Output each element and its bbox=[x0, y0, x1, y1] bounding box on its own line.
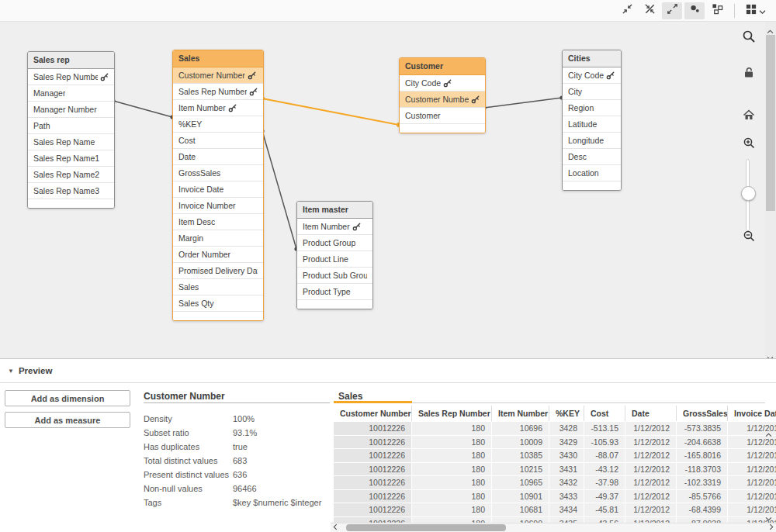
field-row-selected[interactable]: Customer Number bbox=[173, 67, 263, 84]
lock-button[interactable] bbox=[741, 66, 757, 81]
preview-cell: -45.81 bbox=[584, 503, 625, 516]
field-row[interactable]: City Code bbox=[563, 67, 621, 84]
add-as-dimension-button[interactable]: Add as dimension bbox=[5, 390, 130, 406]
collapse-button[interactable] bbox=[617, 2, 637, 19]
home-button[interactable] bbox=[741, 109, 757, 124]
collapse-triangle-icon: ▼ bbox=[8, 368, 14, 375]
field-row[interactable]: Sales Rep Name3 bbox=[28, 183, 114, 199]
model-table-customer[interactable]: Customer City Code Customer Number Custo… bbox=[399, 57, 486, 133]
preview-column-header[interactable]: GrossSales bbox=[677, 406, 728, 421]
table-title[interactable]: Item master bbox=[297, 202, 372, 219]
field-row[interactable]: %KEY bbox=[173, 116, 263, 133]
preview-cell: 3434 bbox=[549, 503, 584, 516]
field-row[interactable]: Invoice Number bbox=[173, 198, 263, 214]
preview-column-header[interactable]: Item Number bbox=[492, 406, 549, 421]
field-row[interactable]: City bbox=[563, 84, 621, 100]
stat-row: Density100% bbox=[144, 412, 330, 426]
preview-cell: 180 bbox=[412, 476, 492, 489]
field-label: Latitude bbox=[568, 119, 597, 129]
table-title[interactable]: Cities bbox=[563, 50, 621, 67]
zoom-in-button[interactable] bbox=[741, 136, 757, 152]
preview-table-row: 10012226180106903435-43.561/12/2012-87.9… bbox=[334, 517, 776, 523]
internal-view-button[interactable] bbox=[684, 2, 705, 19]
stat-row: Total distinct values683 bbox=[144, 454, 330, 468]
field-row[interactable]: Date bbox=[173, 149, 263, 165]
field-row[interactable]: Invoice Date bbox=[173, 181, 263, 198]
field-row[interactable]: Margin bbox=[173, 230, 263, 247]
preview-column-header[interactable]: Cost bbox=[584, 406, 625, 421]
preview-column-header[interactable]: Date bbox=[625, 406, 677, 421]
scroll-left-icon[interactable] bbox=[333, 523, 338, 532]
table-scroll-up-icon[interactable] bbox=[765, 427, 772, 440]
field-row[interactable]: Sales Rep Name1 bbox=[28, 150, 114, 167]
preview-column-header[interactable]: Customer Number bbox=[334, 406, 412, 421]
preview-header[interactable]: ▼ Preview bbox=[0, 359, 776, 383]
field-row[interactable]: Sales bbox=[173, 279, 263, 295]
field-row[interactable]: Customer bbox=[400, 108, 485, 124]
preview-horizontal-scroll-thumb[interactable] bbox=[346, 524, 506, 531]
field-row[interactable]: Order Number bbox=[173, 247, 263, 263]
field-row[interactable]: Desc bbox=[563, 149, 621, 165]
field-label: Sales Qty bbox=[178, 299, 214, 308]
field-row[interactable]: Item Desc bbox=[173, 214, 263, 230]
collapse-all-button[interactable] bbox=[639, 2, 660, 19]
field-row[interactable]: Location bbox=[563, 165, 621, 181]
field-row[interactable]: Sales Qty bbox=[173, 295, 263, 312]
field-row[interactable]: Cost bbox=[173, 133, 263, 149]
view-menu-button[interactable] bbox=[742, 2, 770, 19]
add-as-measure-button[interactable]: Add as measure bbox=[5, 412, 130, 428]
field-row[interactable]: Longitude bbox=[563, 133, 621, 149]
lock-open-icon bbox=[743, 66, 755, 81]
preview-cell: 1/12/2012 bbox=[625, 490, 677, 503]
zoom-out-button[interactable] bbox=[741, 230, 757, 245]
field-row[interactable]: Sales Rep Name2 bbox=[28, 167, 114, 183]
expand-button[interactable] bbox=[662, 2, 682, 19]
table-title[interactable]: Customer bbox=[400, 58, 485, 75]
home-icon bbox=[743, 109, 755, 124]
field-row[interactable]: Product Type bbox=[297, 284, 372, 300]
field-row[interactable]: Product Sub Group bbox=[297, 268, 372, 284]
field-row[interactable]: Item Number bbox=[297, 219, 372, 235]
auto-layout-button[interactable] bbox=[707, 2, 727, 19]
field-label: Product Sub Group bbox=[303, 271, 367, 280]
preview-column-header[interactable]: %KEY bbox=[549, 406, 584, 421]
zoom-slider-thumb[interactable] bbox=[741, 186, 756, 201]
preview-table-title: Sales bbox=[338, 391, 362, 402]
field-label: Invoice Number bbox=[178, 201, 236, 210]
table-title[interactable]: Sales bbox=[173, 50, 263, 67]
field-row[interactable]: Product Group bbox=[297, 235, 372, 251]
preview-column-header[interactable]: Invoice Date bbox=[728, 406, 776, 421]
preview-column-header[interactable]: Sales Rep Number bbox=[412, 406, 492, 421]
model-table-item-master[interactable]: Item master Item Number Product Group Pr… bbox=[296, 201, 373, 309]
field-row[interactable]: Manager Number bbox=[28, 102, 114, 118]
field-row[interactable]: Product Line bbox=[297, 251, 372, 268]
model-table-sales[interactable]: Sales Customer Number Sales Rep Number I… bbox=[172, 50, 264, 321]
field-row[interactable]: Latitude bbox=[563, 116, 621, 133]
preview-cell: 3433 bbox=[549, 490, 584, 503]
field-row[interactable]: Region bbox=[563, 100, 621, 116]
preview-cell: -513.15 bbox=[584, 422, 625, 435]
preview-table-row: 10012226180102153431-43.121/12/2012-118.… bbox=[334, 463, 776, 476]
preview-cell: 10012226 bbox=[334, 503, 412, 516]
field-row[interactable]: Item Number bbox=[173, 100, 263, 116]
preview-cell: 1/12/2012 bbox=[625, 449, 677, 462]
search-button[interactable] bbox=[740, 29, 757, 47]
field-row[interactable]: Promised Delivery Date bbox=[173, 263, 263, 279]
field-label: Invoice Date bbox=[178, 185, 223, 194]
field-row-selected[interactable]: Customer Number bbox=[400, 92, 485, 108]
field-row[interactable]: Sales Rep Number bbox=[28, 69, 114, 85]
preview-cell: 10696 bbox=[492, 422, 549, 435]
scroll-right-icon[interactable] bbox=[769, 523, 774, 532]
field-row[interactable]: GrossSales bbox=[173, 165, 263, 181]
table-title[interactable]: Sales rep bbox=[28, 52, 114, 69]
field-label: Manager Number bbox=[33, 105, 97, 114]
model-table-cities[interactable]: Cities City Code City Region Latitude Lo… bbox=[562, 50, 622, 191]
field-row[interactable]: Path bbox=[28, 118, 114, 134]
field-row[interactable]: Sales Rep Name bbox=[28, 134, 114, 150]
model-canvas[interactable]: Sales rep Sales Rep Number Manager Manag… bbox=[0, 22, 776, 358]
field-row[interactable]: Manager bbox=[28, 85, 114, 102]
model-table-sales-rep[interactable]: Sales rep Sales Rep Number Manager Manag… bbox=[27, 51, 115, 209]
field-row[interactable]: Sales Rep Number bbox=[173, 84, 263, 100]
canvas-vertical-scroll-thumb[interactable] bbox=[766, 35, 775, 211]
field-row[interactable]: City Code bbox=[400, 75, 485, 92]
